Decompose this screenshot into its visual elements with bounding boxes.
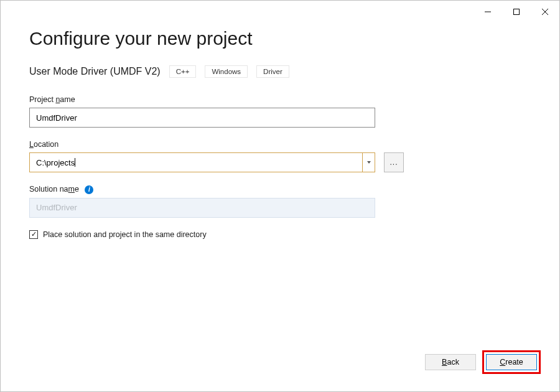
titlebar bbox=[1, 1, 559, 21]
svg-rect-1 bbox=[514, 9, 520, 15]
project-name-field: Project name UmdfDriver bbox=[29, 95, 531, 128]
solution-name-input: UmdfDriver bbox=[29, 198, 375, 218]
same-directory-row: ✓ Place solution and project in the same… bbox=[29, 230, 531, 239]
check-icon: ✓ bbox=[31, 231, 37, 238]
project-name-input[interactable]: UmdfDriver bbox=[29, 108, 375, 128]
location-combo[interactable]: C:\projects bbox=[29, 152, 375, 172]
solution-name-field: Solution name i UmdfDriver bbox=[29, 185, 531, 218]
location-field: Location C:\projects ... bbox=[29, 140, 531, 172]
ellipsis-icon: ... bbox=[390, 158, 398, 167]
project-name-label: Project name bbox=[29, 95, 531, 104]
dialog-window: Configure your new project User Mode Dri… bbox=[0, 0, 560, 392]
location-input[interactable]: C:\projects bbox=[30, 153, 362, 172]
solution-name-label: Solution name i bbox=[29, 185, 531, 194]
footer: Back Create bbox=[1, 350, 559, 391]
location-dropdown-button[interactable] bbox=[362, 153, 375, 172]
same-directory-label: Place solution and project in the same d… bbox=[43, 230, 207, 239]
same-directory-checkbox[interactable]: ✓ bbox=[29, 230, 38, 239]
tag-windows: Windows bbox=[205, 65, 248, 78]
create-button-highlight: Create bbox=[482, 350, 541, 374]
page-title: Configure your new project bbox=[29, 28, 531, 49]
close-icon bbox=[542, 9, 548, 15]
maximize-button[interactable] bbox=[502, 3, 531, 21]
chevron-down-icon bbox=[367, 161, 371, 164]
close-button[interactable] bbox=[531, 3, 559, 21]
info-icon[interactable]: i bbox=[85, 185, 93, 194]
minimize-button[interactable] bbox=[474, 3, 502, 21]
content-area: Configure your new project User Mode Dri… bbox=[1, 21, 559, 350]
create-button[interactable]: Create bbox=[486, 354, 537, 370]
tag-driver: Driver bbox=[256, 65, 289, 78]
back-button[interactable]: Back bbox=[425, 354, 476, 370]
tag-cpp: C++ bbox=[169, 65, 197, 78]
template-row: User Mode Driver (UMDF V2) C++ Windows D… bbox=[29, 65, 531, 78]
maximize-icon bbox=[513, 9, 520, 15]
location-label: Location bbox=[29, 140, 531, 149]
template-name: User Mode Driver (UMDF V2) bbox=[29, 66, 161, 77]
minimize-icon bbox=[485, 9, 491, 15]
browse-button[interactable]: ... bbox=[384, 152, 404, 172]
